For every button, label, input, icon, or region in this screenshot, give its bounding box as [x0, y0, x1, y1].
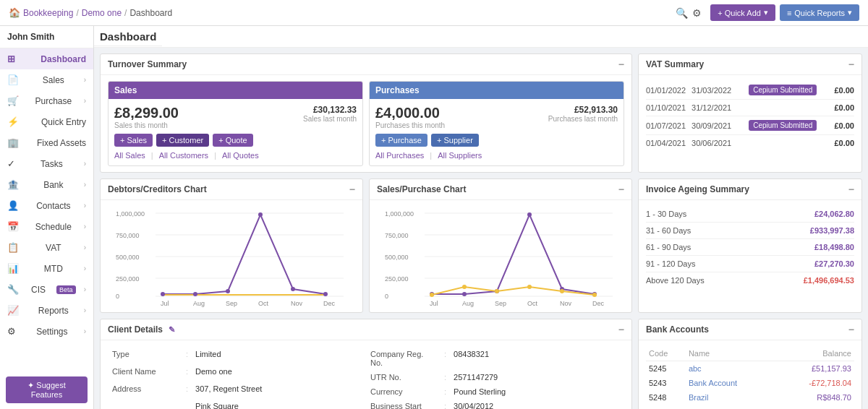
- invoice-ageing-body: 1 - 30 Days £24,062.80 31 - 60 Days £933…: [639, 200, 861, 294]
- sidebar-icon: 📈: [7, 305, 19, 316]
- vat-amount: £0.00: [834, 103, 854, 112]
- bank-account-row: 5243 Bank Account -£72,718.04: [646, 376, 854, 390]
- list-icon: ≡: [787, 9, 791, 17]
- sidebar-item-tasks[interactable]: ✓ Tasks›: [0, 153, 93, 174]
- vat-summary-card: VAT Summary − 01/01/2022 31/03/2022 Cepi…: [638, 53, 862, 173]
- turnover-header: Turnover Summary −: [101, 54, 631, 75]
- quick-add-button[interactable]: + Quick Add ▾: [710, 4, 775, 21]
- add-sales-button[interactable]: + Sales: [114, 134, 153, 147]
- all-quotes-link[interactable]: All Quotes: [222, 151, 259, 160]
- chevron-icon: ›: [84, 306, 86, 314]
- edit-client-icon[interactable]: ✎: [169, 325, 175, 334]
- ageing-label: 1 - 30 Days: [646, 210, 686, 218]
- breadcrumb-demoone[interactable]: Demo one: [82, 8, 122, 18]
- sidebar-item-sales[interactable]: 📄 Sales›: [0, 69, 93, 90]
- vat-row: 01/01/2022 31/03/2022 Cepium Submitted £…: [646, 81, 854, 100]
- add-customer-button[interactable]: + Customer: [156, 134, 209, 147]
- chevron-down-icon: ▾: [848, 8, 852, 17]
- bank-name-link[interactable]: abc: [689, 364, 702, 373]
- sidebar-icon: 📅: [7, 221, 19, 232]
- bank-name[interactable]: contact testing: [686, 405, 777, 409]
- sidebar-item-settings[interactable]: ⚙ Settings›: [0, 321, 93, 342]
- chevron-icon: ›: [84, 264, 86, 272]
- bank-name-link[interactable]: Bank Account: [689, 379, 737, 387]
- client-label: Business Start Date: [367, 400, 440, 409]
- chevron-icon: ›: [84, 285, 86, 293]
- sidebar-item-quick-entry[interactable]: ⚡ Quick Entry: [0, 111, 93, 132]
- all-suppliers-link[interactable]: All Suppliers: [438, 151, 482, 160]
- purchases-box-body: £4,000.00 Purchases this month £52,913.3…: [370, 99, 624, 165]
- settings-icon[interactable]: ⚙: [692, 7, 702, 19]
- add-purchase-button[interactable]: + Purchase: [375, 134, 427, 147]
- purchases-box: Purchases £4,000.00 Purchases this month…: [369, 81, 624, 166]
- svg-text:750,000: 750,000: [116, 232, 140, 239]
- quick-reports-button[interactable]: ≡ Quick Reports ▾: [780, 4, 859, 21]
- search-icon[interactable]: 🔍: [676, 7, 688, 19]
- debtors-chart: 1,000,000 750,000 500,000 250,000 0: [103, 206, 359, 307]
- sidebar-item-mtd[interactable]: 📊 MTD›: [0, 258, 93, 279]
- minimize-sales-chart[interactable]: −: [618, 184, 624, 195]
- client-value: 08438321: [451, 348, 623, 369]
- sales-purchase-chart-header: Sales/Purchase Chart −: [370, 179, 631, 200]
- breadcrumb-bookkeeping[interactable]: Bookkeeping: [23, 8, 73, 18]
- client-detail-row: Address : 307, Regent Street: [109, 382, 365, 398]
- vat-amount: £0.00: [834, 86, 854, 95]
- client-details-body: Type : Limited Client Name : Demo one Ad…: [101, 340, 631, 409]
- minimize-turnover[interactable]: −: [618, 59, 624, 70]
- sidebar-item-label: VAT: [46, 243, 61, 253]
- sidebar-icon: 🛒: [7, 95, 19, 106]
- ageing-label: 61 - 90 Days: [646, 243, 691, 251]
- minimize-ageing[interactable]: −: [848, 184, 854, 195]
- sidebar-item-label: Quick Entry: [41, 117, 86, 127]
- sidebar-item-reports[interactable]: 📈 Reports›: [0, 300, 93, 321]
- svg-point-33: [462, 292, 467, 296]
- bank-table: CodeNameBalance 5245 abc £51,157.93 5243…: [646, 346, 854, 409]
- bank-name[interactable]: abc: [686, 361, 777, 376]
- bank-name[interactable]: Brazil: [686, 390, 777, 405]
- bank-accounts-body: CodeNameBalance 5245 abc £51,157.93 5243…: [639, 340, 861, 409]
- svg-text:0: 0: [385, 293, 388, 300]
- all-customers-link[interactable]: All Customers: [159, 151, 208, 160]
- svg-point-11: [193, 292, 197, 296]
- sidebar-item-schedule[interactable]: 📅 Schedule›: [0, 216, 93, 237]
- all-sales-link[interactable]: All Sales: [114, 151, 145, 160]
- sidebar-item-bank[interactable]: 🏦 Bank›: [0, 174, 93, 195]
- sales-box-header: Sales: [109, 82, 362, 99]
- beta-badge: Beta: [56, 285, 76, 294]
- vat-date-range: 01/07/2021 30/09/2021: [646, 121, 731, 130]
- sidebar-item-fixed-assets[interactable]: 🏢 Fixed Assets: [0, 132, 93, 153]
- sidebar-item-label: MTD: [44, 264, 63, 274]
- client-details-card: Client Details ✎ − Type : Limited Client…: [100, 319, 632, 409]
- turnover-inner: Sales £8,299.00 Sales this month £30,132…: [108, 81, 624, 166]
- bank-name[interactable]: Bank Account: [686, 376, 777, 390]
- minimize-bank[interactable]: −: [848, 324, 854, 335]
- bank-name-link[interactable]: Brazil: [689, 393, 709, 402]
- minimize-vat[interactable]: −: [848, 59, 854, 70]
- sidebar-item-cis[interactable]: 🔧 CISBeta›: [0, 279, 93, 300]
- minimize-debtors[interactable]: −: [349, 184, 355, 195]
- all-purchases-link[interactable]: All Purchases: [375, 151, 424, 160]
- sidebar-item-purchase[interactable]: 🛒 Purchase›: [0, 90, 93, 111]
- bank-code: 5245: [646, 361, 686, 376]
- suggest-features-button[interactable]: ✦ Suggest Features: [6, 376, 88, 403]
- ageing-row: 91 - 120 Days £27,270.30: [646, 256, 854, 272]
- sidebar-item-dashboard[interactable]: ⊞ Dashboard: [0, 48, 93, 69]
- svg-text:Aug: Aug: [462, 300, 474, 307]
- sidebar-item-label: Settings: [36, 327, 67, 337]
- minimize-client[interactable]: −: [618, 324, 624, 335]
- top-right-icons: 🔍 ⚙: [676, 7, 702, 19]
- add-supplier-button[interactable]: + Supplier: [431, 134, 479, 147]
- client-detail-row: Business Start Date : 30/04/2012: [367, 400, 623, 409]
- sidebar-item-label: CIS: [31, 285, 46, 295]
- add-quote-button[interactable]: + Quote: [213, 134, 252, 147]
- client-cols: Type : Limited Client Name : Demo one Ad…: [108, 346, 624, 409]
- main-content: Dashboard Turnover Summary − Sales: [94, 26, 868, 409]
- svg-text:250,000: 250,000: [385, 275, 409, 283]
- sidebar-icon: 📄: [7, 74, 19, 85]
- sidebar-item-vat[interactable]: 📋 VAT›: [0, 237, 93, 258]
- user-name: John Smith: [0, 26, 93, 48]
- client-label: Address: [109, 382, 182, 398]
- sidebar-item-contacts[interactable]: 👤 Contacts›: [0, 195, 93, 216]
- client-value: Pink Square: [192, 400, 365, 409]
- breadcrumb-dashboard: Dashboard: [129, 8, 172, 18]
